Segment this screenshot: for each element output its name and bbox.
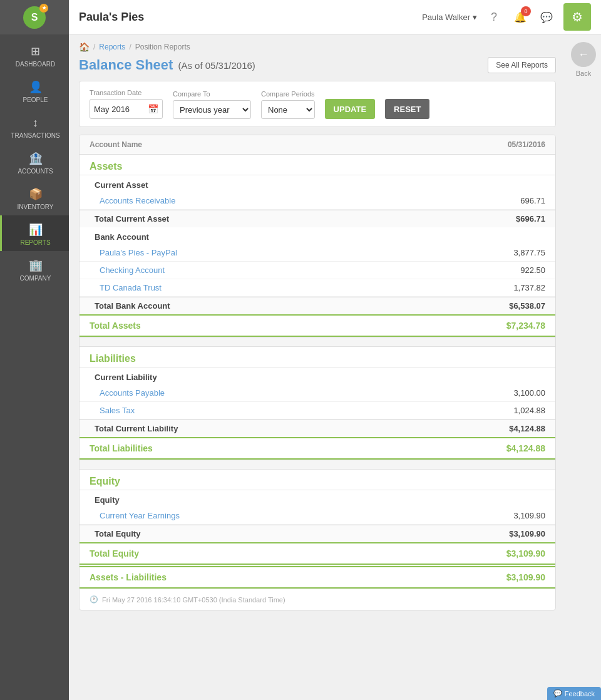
timestamp-row: 🕐 Fri May 27 2016 16:34:10 GMT+0530 (Ind… — [80, 589, 555, 610]
content-panel: 🏠 / Reports / Position Reports Balance S… — [69, 34, 566, 700]
checking-account-row: Checking Account 922.50 — [80, 262, 555, 279]
total-current-asset-label: Total Current Asset — [95, 214, 169, 224]
accounts-receivable-value: 696.71 — [520, 196, 545, 205]
compare-periods-label: Compare Periods — [261, 90, 315, 98]
inventory-nav-label: INVENTORY — [18, 203, 54, 210]
messages-btn[interactable]: 💬 — [537, 8, 556, 26]
total-equity-sub-label: Total Equity — [95, 529, 140, 538]
back-button[interactable]: ← — [571, 42, 596, 67]
feedback-icon: 💬 — [553, 689, 562, 697]
sidebar-item-accounts[interactable]: 🏦 ACCOUNTS — [0, 144, 69, 180]
td-canada-trust-value: 1,737.82 — [513, 283, 545, 292]
home-icon[interactable]: 🏠 — [79, 42, 90, 52]
sales-tax-value: 1,024.88 — [513, 406, 545, 415]
feedback-button[interactable]: 💬 Feedback — [547, 687, 601, 700]
equity-section-title: Equity — [80, 470, 555, 490]
user-menu[interactable]: Paula Walker ▾ — [422, 13, 477, 22]
back-panel: ← Back — [566, 34, 601, 700]
people-nav-label: PEOPLE — [23, 96, 48, 103]
total-equity-label: Total Equity — [90, 548, 139, 558]
page-area: 🏠 / Reports / Position Reports Balance S… — [69, 34, 601, 700]
compare-to-select[interactable]: Previous year Previous period None — [173, 100, 251, 119]
total-current-liability-row: Total Current Liability $4,124.88 — [80, 419, 555, 437]
assets-section-title: Assets — [80, 155, 555, 175]
page-as-of: (As of 05/31/2016) — [178, 60, 255, 71]
see-all-reports-button[interactable]: See All Reports — [488, 57, 556, 73]
sidebar-item-inventory[interactable]: 📦 INVENTORY — [0, 180, 69, 215]
topbar-right: Paula Walker ▾ ? 🔔 0 💬 ⚙ — [422, 3, 591, 31]
sidebar-item-people[interactable]: 👤 PEOPLE — [0, 73, 69, 108]
equity-subtitle: Equity — [80, 490, 555, 507]
total-current-asset-value: $696.71 — [516, 214, 545, 224]
current-asset-subtitle: Current Asset — [80, 175, 555, 192]
total-assets-row: Total Assets $7,234.78 — [80, 314, 555, 337]
date-header: 05/31/2016 — [508, 140, 545, 149]
current-year-earnings-value: 3,109.90 — [513, 511, 545, 520]
transaction-date-input[interactable] — [94, 105, 144, 114]
accounts-payable-value: 3,100.00 — [513, 388, 545, 398]
filters-bar: Transaction Date 📅 Compare To Previous y… — [79, 81, 556, 127]
accounts-receivable-row: Accounts Receivable 696.71 — [80, 192, 555, 210]
total-equity-row: Total Equity $3,109.90 — [80, 542, 555, 565]
current-year-earnings-name[interactable]: Current Year Earnings — [100, 511, 180, 520]
notifications-btn[interactable]: 🔔 0 — [511, 8, 530, 26]
back-arrow-icon: ← — [578, 48, 589, 61]
timestamp-text: Fri May 27 2016 16:34:10 GMT+0530 (India… — [102, 596, 285, 604]
breadcrumb-reports-link[interactable]: Reports — [99, 43, 125, 51]
assets-minus-liabilities-value: $3,109.90 — [506, 572, 545, 582]
company-name: Paula's Pies — [79, 11, 144, 24]
bank-account-subtitle: Bank Account — [80, 227, 555, 244]
current-liability-subtitle: Current Liability — [80, 368, 555, 384]
total-current-asset-row: Total Current Asset $696.71 — [80, 210, 555, 227]
section-spacer-2 — [80, 460, 555, 470]
sidebar-item-company[interactable]: 🏢 COMPANY — [0, 251, 69, 287]
total-equity-sub-row: Total Equity $3,109.90 — [80, 525, 555, 542]
sidebar-item-dashboard[interactable]: ⊞ DASHBOARD — [0, 37, 69, 73]
checking-account-name[interactable]: Checking Account — [100, 265, 165, 275]
people-nav-icon: 👤 — [29, 80, 43, 94]
page-title: Balance Sheet — [79, 57, 173, 73]
td-canada-trust-name[interactable]: TD Canada Trust — [100, 283, 162, 292]
total-assets-value: $7,234.78 — [506, 321, 545, 331]
sidebar-item-transactions[interactable]: ↕ TRANSACTIONS — [0, 108, 69, 144]
total-equity-value: $3,109.90 — [506, 548, 545, 558]
feedback-label: Feedback — [565, 690, 595, 697]
company-nav-label: COMPANY — [20, 275, 51, 282]
accounts-nav-label: ACCOUNTS — [18, 168, 53, 175]
checking-account-value: 922.50 — [520, 265, 545, 275]
compare-periods-filter: Compare Periods None 1 2 3 4 — [261, 90, 315, 119]
update-button[interactable]: UPDATE — [325, 99, 375, 119]
report-header: Account Name 05/31/2016 — [80, 135, 555, 155]
accounts-nav-icon: 🏦 — [29, 152, 43, 165]
main-content: Paula's Pies Paula Walker ▾ ? 🔔 0 💬 ⚙ 🏠 — [69, 0, 601, 700]
transactions-nav-label: TRANSACTIONS — [11, 132, 59, 139]
transaction-date-input-wrap[interactable]: 📅 — [90, 99, 163, 119]
total-current-liability-label: Total Current Liability — [95, 424, 178, 433]
current-year-earnings-row: Current Year Earnings 3,109.90 — [80, 507, 555, 525]
paypal-name[interactable]: Paula's Pies - PayPal — [100, 248, 177, 257]
accounts-receivable-name[interactable]: Accounts Receivable — [100, 196, 175, 205]
reset-button[interactable]: RESET — [385, 99, 429, 119]
settings-btn[interactable]: ⚙ — [563, 3, 591, 31]
breadcrumb-current: Position Reports — [135, 43, 190, 51]
breadcrumb: 🏠 / Reports / Position Reports — [79, 42, 556, 52]
page-title-bar: Balance Sheet (As of 05/31/2016) See All… — [79, 57, 556, 73]
assets-minus-liabilities-label: Assets - Liabilities — [90, 572, 167, 582]
calendar-icon: 📅 — [148, 104, 158, 114]
sales-tax-name[interactable]: Sales Tax — [100, 406, 135, 415]
logo-star-icon: ★ — [39, 4, 48, 13]
compare-to-filter: Compare To Previous year Previous period… — [173, 90, 251, 119]
dashboard-nav-icon: ⊞ — [29, 44, 43, 58]
topbar: Paula's Pies Paula Walker ▾ ? 🔔 0 💬 ⚙ — [69, 0, 601, 34]
transaction-date-label: Transaction Date — [90, 89, 163, 96]
total-equity-sub-value: $3,109.90 — [509, 529, 545, 538]
accounts-payable-name[interactable]: Accounts Payable — [100, 388, 165, 398]
sidebar-item-reports[interactable]: 📊 REPORTS — [0, 215, 69, 251]
td-canada-trust-row: TD Canada Trust 1,737.82 — [80, 279, 555, 297]
transaction-date-filter: Transaction Date 📅 — [90, 89, 163, 119]
help-icon-btn[interactable]: ? — [485, 8, 503, 26]
user-dropdown-icon: ▾ — [473, 13, 477, 22]
user-name: Paula Walker — [422, 13, 470, 22]
sales-tax-row: Sales Tax 1,024.88 — [80, 402, 555, 419]
compare-periods-select[interactable]: None 1 2 3 4 — [261, 100, 315, 119]
